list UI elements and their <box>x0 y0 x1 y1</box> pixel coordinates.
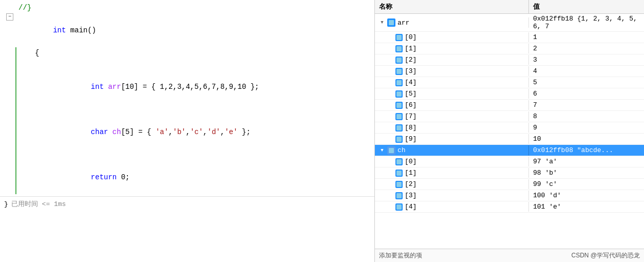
ch-item-icon <box>395 158 403 165</box>
arr-item-index: [5] <box>405 90 416 98</box>
code-panel: //} − int main() { <box>0 0 375 262</box>
arr-item-index: [9] <box>405 135 416 143</box>
header-name: 名称 <box>375 0 529 13</box>
arr-item-icon <box>395 68 403 75</box>
ch-var-icon <box>387 146 395 155</box>
collapse-button-main[interactable]: − <box>6 13 13 21</box>
arr-item-value: 8 <box>529 111 644 121</box>
watch-row-arr-item[interactable]: [9] 10 <box>375 134 644 145</box>
arr-item-expand <box>387 102 393 108</box>
arr-item-name: [9] <box>375 134 529 144</box>
ch-item-value: 100 'd' <box>529 191 644 200</box>
ch-label: ch <box>397 146 406 154</box>
watch-row-ch-item[interactable]: [1] 98 'b' <box>375 167 644 179</box>
keyword-char: char <box>91 128 108 136</box>
footer-credit: CSDN @学写代码的恐龙 <box>571 251 640 260</box>
time-status: 已用时间 <= 1ms <box>11 199 66 210</box>
line-return-content: return 0; <box>37 149 374 194</box>
arr-item-icon <box>395 34 403 41</box>
arr-item-index: [1] <box>405 45 416 52</box>
arr-item-index: [8] <box>405 124 416 132</box>
ch-item-name: [4] <box>375 202 529 212</box>
ch-item-expand <box>387 204 393 210</box>
arr-item-expand <box>387 80 393 86</box>
watch-row-arr-item[interactable]: [2] 3 <box>375 54 644 66</box>
ch-item-expand <box>387 170 393 176</box>
arr-item-expand <box>387 57 393 63</box>
ch-item-value: 101 'e' <box>529 202 644 212</box>
code-line-end: } 已用时间 <= 1ms <box>0 196 374 212</box>
arr-var-icon <box>387 18 395 27</box>
block-indicator <box>0 47 16 194</box>
watch-row-arr-item[interactable]: [4] 5 <box>375 77 644 88</box>
arr-item-name: [4] <box>375 78 529 87</box>
arr-item-icon <box>395 90 403 98</box>
watch-row-arr-item[interactable]: [5] 6 <box>375 88 644 100</box>
arr-item-expand <box>387 125 393 131</box>
watch-row-arr-item[interactable]: [7] 8 <box>375 111 644 122</box>
arr-item-value: 4 <box>529 66 644 76</box>
arr-item-expand <box>387 34 393 41</box>
arr-item-name: [6] <box>375 100 529 110</box>
arr-item-icon <box>395 124 403 132</box>
ch-bracket: [5] <box>121 128 134 136</box>
watch-row-ch-item[interactable]: [3] 100 'd' <box>375 190 644 201</box>
watch-footer: 添加要监视的项 CSDN @学写代码的恐龙 <box>375 249 644 262</box>
arr-item-icon <box>395 79 403 86</box>
arr-item-name: [5] <box>375 89 529 99</box>
arr-item-index: [3] <box>405 67 416 75</box>
ch-item-index: [4] <box>405 203 416 211</box>
watch-row-arr-item[interactable]: [6] 7 <box>375 100 644 111</box>
watch-row-arr-item[interactable]: [8] 9 <box>375 122 644 134</box>
arr-item-icon <box>395 57 403 64</box>
watch-body: arr 0x012ffb18 {1, 2, 3, 4, 5, 6, 7 [0] … <box>375 14 644 249</box>
ch-item-name: [2] <box>375 179 529 189</box>
ch-item-index: [1] <box>405 169 416 177</box>
arr-item-value: 3 <box>529 55 644 65</box>
watch-row-arr[interactable]: arr 0x012ffb18 {1, 2, 3, 4, 5, 6, 7 <box>375 14 644 32</box>
char-d: 'd' <box>207 128 220 136</box>
watch-row-ch-item[interactable]: [4] 101 'e' <box>375 201 644 213</box>
arr-item-expand <box>387 68 393 74</box>
char-c: 'c' <box>190 128 203 136</box>
ch-item-name: [1] <box>375 168 529 178</box>
keyword-int: int <box>53 26 66 34</box>
close-brace: } <box>4 199 8 210</box>
char-e: 'e' <box>224 128 237 136</box>
ch-item-value: 99 'c' <box>529 179 644 189</box>
arr-item-index: [0] <box>405 33 416 41</box>
arr-items-group: [0] 1 [1] 2 [2] 3 [3 <box>375 32 644 145</box>
arr-item-value: 1 <box>529 32 644 42</box>
arr-item-value: 6 <box>529 89 644 99</box>
ch-end: }; <box>238 128 251 136</box>
watch-panel: 名称 值 arr 0x012ffb18 {1, 2, 3, 4, 5, 6, 7… <box>375 0 644 262</box>
watch-row-arr-item[interactable]: [3] 4 <box>375 66 644 77</box>
watch-row-ch-item[interactable]: [0] 97 'a' <box>375 156 644 167</box>
arr-item-name: [8] <box>375 123 529 133</box>
code-line-open-brace: { <box>16 47 374 59</box>
arr-expand-icon[interactable] <box>379 20 385 26</box>
watch-row-arr-item[interactable]: [0] 1 <box>375 32 644 43</box>
ch-item-expand <box>387 181 393 188</box>
arr-item-expand <box>387 91 393 97</box>
watch-row-arr-item[interactable]: [1] 2 <box>375 43 644 54</box>
code-line-arr: int arr[10] = { 1,2,3,4,5,6,7,8,9,10 }; <box>16 59 374 104</box>
line-gutter-main: − <box>0 13 16 21</box>
watch-row-ch[interactable]: ch 0x012ffb08 "abcde... <box>375 145 644 156</box>
ch-item-icon <box>395 192 403 199</box>
arr-item-index: [6] <box>405 101 416 109</box>
watch-header: 名称 值 <box>375 0 644 14</box>
arr-value-col: 0x012ffb18 {1, 2, 3, 4, 5, 6, 7 <box>529 14 644 31</box>
arr-bracket: [10] <box>121 83 139 91</box>
ch-item-icon <box>395 203 403 211</box>
ch-expand-icon[interactable] <box>379 147 385 154</box>
ch-item-expand <box>387 159 393 165</box>
main-func: main() <box>66 26 96 34</box>
line-ch-content: char ch[5] = { 'a','b','c','d','e' }; <box>37 104 374 149</box>
open-brace: { <box>33 47 374 59</box>
code-line-main: − int main() <box>0 13 374 47</box>
code-area: //} − int main() { <box>0 0 374 214</box>
watch-row-ch-item[interactable]: [2] 99 'c' <box>375 179 644 190</box>
line-arr-content: int arr[10] = { 1,2,3,4,5,6,7,8,9,10 }; <box>37 59 374 104</box>
arr-rest: = { 1,2,3,4,5,6,7,8,9,10 }; <box>138 83 259 91</box>
